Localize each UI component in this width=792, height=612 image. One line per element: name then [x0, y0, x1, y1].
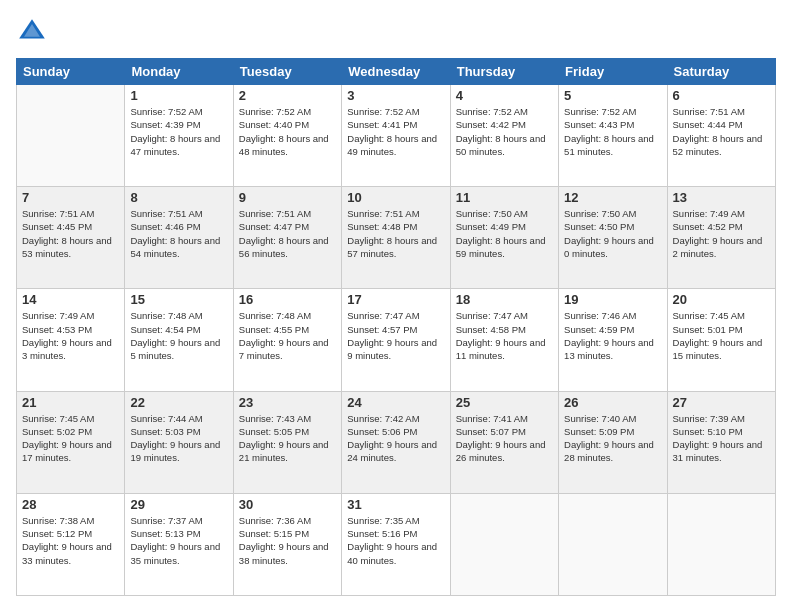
- day-info: Sunrise: 7:38 AMSunset: 5:12 PMDaylight:…: [22, 514, 119, 567]
- calendar-week-row: 21Sunrise: 7:45 AMSunset: 5:02 PMDayligh…: [17, 391, 776, 493]
- day-number: 4: [456, 88, 553, 103]
- calendar-cell: 5Sunrise: 7:52 AMSunset: 4:43 PMDaylight…: [559, 85, 667, 187]
- day-number: 7: [22, 190, 119, 205]
- day-info: Sunrise: 7:40 AMSunset: 5:09 PMDaylight:…: [564, 412, 661, 465]
- day-number: 21: [22, 395, 119, 410]
- day-number: 14: [22, 292, 119, 307]
- day-number: 12: [564, 190, 661, 205]
- day-info: Sunrise: 7:49 AMSunset: 4:53 PMDaylight:…: [22, 309, 119, 362]
- day-number: 13: [673, 190, 770, 205]
- day-info: Sunrise: 7:44 AMSunset: 5:03 PMDaylight:…: [130, 412, 227, 465]
- calendar-cell: 2Sunrise: 7:52 AMSunset: 4:40 PMDaylight…: [233, 85, 341, 187]
- calendar-cell: 22Sunrise: 7:44 AMSunset: 5:03 PMDayligh…: [125, 391, 233, 493]
- day-number: 23: [239, 395, 336, 410]
- day-number: 5: [564, 88, 661, 103]
- day-info: Sunrise: 7:51 AMSunset: 4:47 PMDaylight:…: [239, 207, 336, 260]
- day-info: Sunrise: 7:49 AMSunset: 4:52 PMDaylight:…: [673, 207, 770, 260]
- col-header-wednesday: Wednesday: [342, 59, 450, 85]
- calendar-header-row: SundayMondayTuesdayWednesdayThursdayFrid…: [17, 59, 776, 85]
- day-info: Sunrise: 7:51 AMSunset: 4:46 PMDaylight:…: [130, 207, 227, 260]
- calendar-cell: [559, 493, 667, 595]
- calendar-cell: 15Sunrise: 7:48 AMSunset: 4:54 PMDayligh…: [125, 289, 233, 391]
- day-info: Sunrise: 7:50 AMSunset: 4:49 PMDaylight:…: [456, 207, 553, 260]
- day-number: 31: [347, 497, 444, 512]
- calendar-week-row: 7Sunrise: 7:51 AMSunset: 4:45 PMDaylight…: [17, 187, 776, 289]
- day-info: Sunrise: 7:36 AMSunset: 5:15 PMDaylight:…: [239, 514, 336, 567]
- calendar-cell: 30Sunrise: 7:36 AMSunset: 5:15 PMDayligh…: [233, 493, 341, 595]
- day-info: Sunrise: 7:42 AMSunset: 5:06 PMDaylight:…: [347, 412, 444, 465]
- day-number: 16: [239, 292, 336, 307]
- calendar-cell: 9Sunrise: 7:51 AMSunset: 4:47 PMDaylight…: [233, 187, 341, 289]
- calendar-cell: 23Sunrise: 7:43 AMSunset: 5:05 PMDayligh…: [233, 391, 341, 493]
- day-info: Sunrise: 7:47 AMSunset: 4:57 PMDaylight:…: [347, 309, 444, 362]
- day-info: Sunrise: 7:52 AMSunset: 4:42 PMDaylight:…: [456, 105, 553, 158]
- calendar-cell: 20Sunrise: 7:45 AMSunset: 5:01 PMDayligh…: [667, 289, 775, 391]
- col-header-sunday: Sunday: [17, 59, 125, 85]
- calendar-cell: 26Sunrise: 7:40 AMSunset: 5:09 PMDayligh…: [559, 391, 667, 493]
- header: [16, 16, 776, 48]
- day-number: 3: [347, 88, 444, 103]
- day-number: 29: [130, 497, 227, 512]
- day-number: 24: [347, 395, 444, 410]
- col-header-monday: Monday: [125, 59, 233, 85]
- calendar-cell: 19Sunrise: 7:46 AMSunset: 4:59 PMDayligh…: [559, 289, 667, 391]
- calendar-cell: 13Sunrise: 7:49 AMSunset: 4:52 PMDayligh…: [667, 187, 775, 289]
- day-info: Sunrise: 7:47 AMSunset: 4:58 PMDaylight:…: [456, 309, 553, 362]
- day-number: 25: [456, 395, 553, 410]
- calendar-cell: [17, 85, 125, 187]
- day-number: 22: [130, 395, 227, 410]
- logo: [16, 16, 50, 48]
- calendar-cell: 16Sunrise: 7:48 AMSunset: 4:55 PMDayligh…: [233, 289, 341, 391]
- calendar-cell: 7Sunrise: 7:51 AMSunset: 4:45 PMDaylight…: [17, 187, 125, 289]
- page: SundayMondayTuesdayWednesdayThursdayFrid…: [0, 0, 792, 612]
- day-info: Sunrise: 7:51 AMSunset: 4:44 PMDaylight:…: [673, 105, 770, 158]
- day-info: Sunrise: 7:45 AMSunset: 5:02 PMDaylight:…: [22, 412, 119, 465]
- day-number: 1: [130, 88, 227, 103]
- day-number: 11: [456, 190, 553, 205]
- calendar-cell: 25Sunrise: 7:41 AMSunset: 5:07 PMDayligh…: [450, 391, 558, 493]
- calendar-cell: 3Sunrise: 7:52 AMSunset: 4:41 PMDaylight…: [342, 85, 450, 187]
- calendar-cell: 28Sunrise: 7:38 AMSunset: 5:12 PMDayligh…: [17, 493, 125, 595]
- calendar-cell: 4Sunrise: 7:52 AMSunset: 4:42 PMDaylight…: [450, 85, 558, 187]
- day-info: Sunrise: 7:51 AMSunset: 4:48 PMDaylight:…: [347, 207, 444, 260]
- day-number: 27: [673, 395, 770, 410]
- day-number: 8: [130, 190, 227, 205]
- calendar-cell: 14Sunrise: 7:49 AMSunset: 4:53 PMDayligh…: [17, 289, 125, 391]
- day-info: Sunrise: 7:35 AMSunset: 5:16 PMDaylight:…: [347, 514, 444, 567]
- calendar-cell: 31Sunrise: 7:35 AMSunset: 5:16 PMDayligh…: [342, 493, 450, 595]
- col-header-tuesday: Tuesday: [233, 59, 341, 85]
- day-info: Sunrise: 7:48 AMSunset: 4:54 PMDaylight:…: [130, 309, 227, 362]
- day-info: Sunrise: 7:45 AMSunset: 5:01 PMDaylight:…: [673, 309, 770, 362]
- col-header-saturday: Saturday: [667, 59, 775, 85]
- day-info: Sunrise: 7:48 AMSunset: 4:55 PMDaylight:…: [239, 309, 336, 362]
- calendar-cell: [450, 493, 558, 595]
- day-number: 10: [347, 190, 444, 205]
- day-info: Sunrise: 7:52 AMSunset: 4:43 PMDaylight:…: [564, 105, 661, 158]
- day-number: 2: [239, 88, 336, 103]
- calendar-cell: 12Sunrise: 7:50 AMSunset: 4:50 PMDayligh…: [559, 187, 667, 289]
- logo-icon: [16, 16, 48, 48]
- col-header-thursday: Thursday: [450, 59, 558, 85]
- calendar-cell: 18Sunrise: 7:47 AMSunset: 4:58 PMDayligh…: [450, 289, 558, 391]
- day-info: Sunrise: 7:52 AMSunset: 4:40 PMDaylight:…: [239, 105, 336, 158]
- day-info: Sunrise: 7:46 AMSunset: 4:59 PMDaylight:…: [564, 309, 661, 362]
- calendar-cell: 29Sunrise: 7:37 AMSunset: 5:13 PMDayligh…: [125, 493, 233, 595]
- day-number: 26: [564, 395, 661, 410]
- day-number: 19: [564, 292, 661, 307]
- col-header-friday: Friday: [559, 59, 667, 85]
- day-number: 17: [347, 292, 444, 307]
- calendar-cell: 8Sunrise: 7:51 AMSunset: 4:46 PMDaylight…: [125, 187, 233, 289]
- calendar-week-row: 28Sunrise: 7:38 AMSunset: 5:12 PMDayligh…: [17, 493, 776, 595]
- calendar-cell: 11Sunrise: 7:50 AMSunset: 4:49 PMDayligh…: [450, 187, 558, 289]
- calendar-cell: 10Sunrise: 7:51 AMSunset: 4:48 PMDayligh…: [342, 187, 450, 289]
- day-number: 30: [239, 497, 336, 512]
- day-info: Sunrise: 7:39 AMSunset: 5:10 PMDaylight:…: [673, 412, 770, 465]
- day-number: 20: [673, 292, 770, 307]
- calendar-cell: 21Sunrise: 7:45 AMSunset: 5:02 PMDayligh…: [17, 391, 125, 493]
- day-info: Sunrise: 7:37 AMSunset: 5:13 PMDaylight:…: [130, 514, 227, 567]
- day-info: Sunrise: 7:41 AMSunset: 5:07 PMDaylight:…: [456, 412, 553, 465]
- day-info: Sunrise: 7:51 AMSunset: 4:45 PMDaylight:…: [22, 207, 119, 260]
- day-info: Sunrise: 7:52 AMSunset: 4:41 PMDaylight:…: [347, 105, 444, 158]
- day-info: Sunrise: 7:50 AMSunset: 4:50 PMDaylight:…: [564, 207, 661, 260]
- calendar-cell: 1Sunrise: 7:52 AMSunset: 4:39 PMDaylight…: [125, 85, 233, 187]
